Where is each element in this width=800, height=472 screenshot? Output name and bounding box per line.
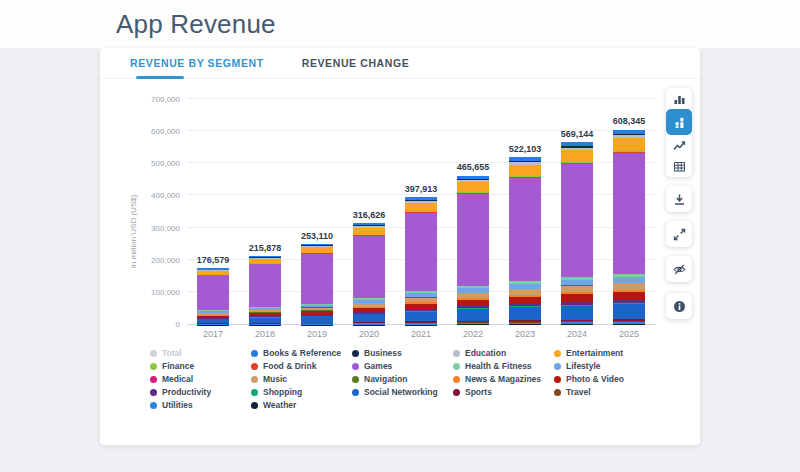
legend-item-music[interactable]: Music <box>251 375 352 384</box>
bar-segment-weather[interactable] <box>405 325 437 326</box>
bar-segment-entertainment[interactable] <box>457 182 489 192</box>
fullscreen-icon[interactable] <box>666 221 692 247</box>
bar-segment-games[interactable] <box>353 236 385 299</box>
legend-item-food-drink[interactable]: Food & Drink <box>251 362 352 371</box>
legend-dot <box>352 350 359 357</box>
gridline <box>187 98 655 99</box>
bar-segment-social-networking[interactable] <box>509 307 541 320</box>
bar-2017[interactable] <box>197 268 229 325</box>
bar-segment-photo-video[interactable] <box>613 292 645 300</box>
bar-segment-games[interactable] <box>613 153 645 273</box>
legend-label: Total <box>162 349 182 358</box>
legend-item-navigation[interactable]: Navigation <box>352 375 453 384</box>
bar-segment-weather[interactable] <box>509 324 541 325</box>
bar-total-label: 608,345 <box>593 116 665 126</box>
legend-label: Entertainment <box>566 349 623 358</box>
bar-segment-social-networking[interactable] <box>457 309 489 321</box>
y-axis-tick-label: 300,000 <box>151 224 180 233</box>
bar-segment-social-networking[interactable] <box>561 306 593 320</box>
bar-2024[interactable] <box>561 142 593 325</box>
x-axis-label-2018: 2018 <box>239 329 291 339</box>
legend-item-games[interactable]: Games <box>352 362 453 371</box>
bar-segment-games[interactable] <box>249 264 281 307</box>
bar-2025[interactable] <box>613 130 645 325</box>
bar-segment-weather[interactable] <box>613 324 645 325</box>
legend-item-total[interactable]: Total <box>150 349 251 358</box>
legend-item-travel[interactable]: Travel <box>554 388 655 397</box>
legend-item-medical[interactable]: Medical <box>150 375 251 384</box>
tab-revenue-by-segment[interactable]: REVENUE BY SEGMENT <box>130 48 264 78</box>
bar-slot-2024: 569,144 <box>551 100 603 325</box>
bar-segment-entertainment[interactable] <box>509 165 541 176</box>
legend-item-health-fitness[interactable]: Health & Fitness <box>453 362 554 371</box>
legend-item-social-networking[interactable]: Social Networking <box>352 388 453 397</box>
bar-segment-games[interactable] <box>197 275 229 310</box>
bar-2023[interactable] <box>509 157 541 325</box>
tab-revenue-change[interactable]: REVENUE CHANGE <box>302 48 410 78</box>
legend-label: Medical <box>162 375 193 384</box>
bar-segment-games[interactable] <box>405 213 437 292</box>
chart-card: REVENUE BY SEGMENT REVENUE CHANGE in mil… <box>100 48 700 445</box>
x-axis-label-2023: 2023 <box>499 329 551 339</box>
bar-segment-games[interactable] <box>457 194 489 286</box>
legend-item-news-magazines[interactable]: News & Magazines <box>453 375 554 384</box>
legend-dot <box>554 389 561 396</box>
bar-slot-2025: 608,345 <box>603 100 655 325</box>
download-icon[interactable] <box>666 186 692 212</box>
bar-segment-social-networking[interactable] <box>405 312 437 322</box>
bar-chart-icon[interactable] <box>666 88 692 109</box>
bar-segment-games[interactable] <box>301 254 333 304</box>
bar-segment-photo-video[interactable] <box>509 297 541 304</box>
bar-2021[interactable] <box>405 197 437 325</box>
legend-label: News & Magazines <box>465 375 541 384</box>
legend-item-photo-video[interactable]: Photo & Video <box>554 375 655 384</box>
bar-2018[interactable] <box>249 256 281 325</box>
bar-segment-games[interactable] <box>509 178 541 281</box>
bar-slot-2018: 215,878 <box>239 100 291 325</box>
legend-dot <box>554 363 561 370</box>
legend-item-books-reference[interactable]: Books & Reference <box>251 349 352 358</box>
info-icon[interactable] <box>666 293 692 319</box>
y-axis: 0100,000200,000300,000400,000500,000600,… <box>100 100 180 325</box>
legend-dot <box>453 376 460 383</box>
bar-segment-entertainment[interactable] <box>405 203 437 211</box>
y-axis-tick-label: 100,000 <box>151 288 180 297</box>
bar-segment-entertainment[interactable] <box>353 228 385 235</box>
bar-segment-entertainment[interactable] <box>613 138 645 151</box>
line-chart-icon[interactable] <box>666 135 692 156</box>
bar-slot-2021: 397,913 <box>395 100 447 325</box>
bar-segment-social-networking[interactable] <box>613 304 645 319</box>
legend-item-productivity[interactable]: Productivity <box>150 388 251 397</box>
bar-segment-social-networking[interactable] <box>353 314 385 322</box>
table-icon[interactable] <box>666 156 692 177</box>
bar-segment-games[interactable] <box>561 164 593 277</box>
bar-slot-2022: 465,655 <box>447 100 499 325</box>
legend-item-lifestyle[interactable]: Lifestyle <box>554 362 655 371</box>
legend-item-education[interactable]: Education <box>453 349 554 358</box>
y-axis-tick-label: 0 <box>176 320 180 329</box>
legend-item-utilities[interactable]: Utilities <box>150 401 251 410</box>
legend-item-entertainment[interactable]: Entertainment <box>554 349 655 358</box>
bar-segment-weather[interactable] <box>457 324 489 325</box>
legend-label: Utilities <box>162 401 193 410</box>
legend-item-shopping[interactable]: Shopping <box>251 388 352 397</box>
stacked-bar-chart-icon[interactable] <box>666 109 692 135</box>
legend-item-business[interactable]: Business <box>352 349 453 358</box>
chart-toolbar <box>666 88 692 319</box>
bar-2019[interactable] <box>301 244 333 325</box>
legend-item-sports[interactable]: Sports <box>453 388 554 397</box>
tab-label: REVENUE BY SEGMENT <box>130 57 264 69</box>
x-axis-label-2025: 2025 <box>603 329 655 339</box>
bar-segment-entertainment[interactable] <box>561 150 593 162</box>
legend-dot <box>453 389 460 396</box>
bar-2020[interactable] <box>353 223 385 325</box>
y-axis-tick-label: 700,000 <box>151 95 180 104</box>
bar-segment-weather[interactable] <box>561 324 593 325</box>
legend-dot <box>251 389 258 396</box>
hide-series-icon[interactable] <box>666 256 692 282</box>
bar-2022[interactable] <box>457 176 489 325</box>
bar-segment-photo-video[interactable] <box>561 294 593 302</box>
legend-item-finance[interactable]: Finance <box>150 362 251 371</box>
legend-item-weather[interactable]: Weather <box>251 401 352 410</box>
bar-slot-2020: 316,626 <box>343 100 395 325</box>
